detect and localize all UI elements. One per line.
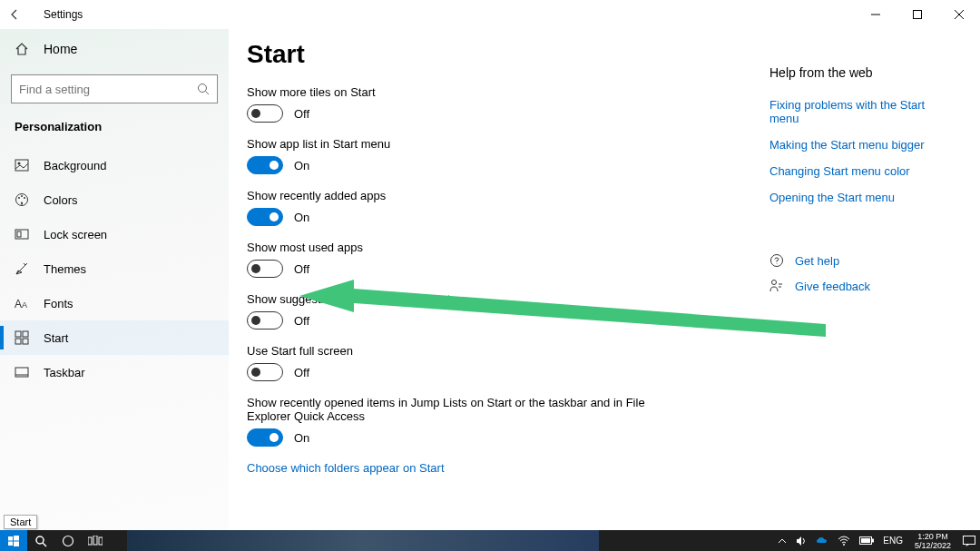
svg-rect-14 [15, 331, 21, 337]
toggle-switch[interactable] [247, 156, 283, 174]
svg-point-9 [24, 197, 25, 199]
svg-rect-17 [23, 339, 28, 344]
option-label: Show app list in Start menu [247, 137, 655, 151]
svg-point-27 [36, 536, 44, 544]
help-link[interactable]: Fixing problems with the Start menu [769, 98, 951, 125]
svg-rect-35 [872, 539, 874, 543]
minimize-button[interactable] [855, 0, 897, 29]
tray-wifi-icon[interactable] [833, 530, 855, 551]
tray-clock[interactable]: 1:20 PM 5/12/2022 [907, 530, 958, 551]
sidebar-item-label: Taskbar [44, 366, 85, 379]
toggle-switch[interactable] [247, 104, 283, 123]
toggle-state: On [294, 211, 309, 224]
sidebar-item-fonts[interactable]: AAFonts [0, 286, 229, 320]
sidebar-item-label: Colors [44, 193, 78, 207]
tray-volume-icon[interactable] [791, 530, 811, 551]
svg-rect-31 [93, 536, 97, 545]
home-button[interactable]: Home [0, 29, 229, 69]
font-icon: AA [15, 296, 29, 310]
option-2: Show recently added appsOn [247, 189, 655, 226]
cortana-button[interactable] [54, 530, 82, 551]
help-panel: Help from the web Fixing problems with t… [769, 65, 951, 293]
brush-icon [15, 261, 29, 276]
get-help-link[interactable]: Get help [769, 253, 951, 268]
start-icon [15, 330, 29, 345]
task-view-button[interactable] [82, 530, 109, 551]
svg-line-3 [206, 92, 210, 95]
sidebar: Home Personalization BackgroundColorsLoc… [0, 29, 229, 530]
svg-point-8 [21, 195, 23, 197]
svg-rect-30 [88, 537, 92, 545]
svg-rect-25 [8, 541, 13, 546]
sidebar-item-colors[interactable]: Colors [0, 182, 229, 217]
help-link[interactable]: Opening the Start menu [769, 191, 951, 204]
svg-rect-24 [14, 536, 19, 541]
toggle-switch[interactable] [247, 428, 283, 447]
option-label: Use Start full screen [247, 344, 655, 358]
sidebar-item-lock-screen[interactable]: Lock screen [0, 217, 229, 251]
option-label: Show more tiles on Start [247, 85, 655, 99]
window-title: Settings [44, 8, 83, 21]
image-icon [15, 158, 29, 172]
give-feedback-link[interactable]: Give feedback [769, 279, 951, 293]
svg-point-29 [64, 536, 74, 546]
search-box[interactable] [11, 74, 218, 103]
home-label: Home [44, 42, 77, 56]
back-button[interactable] [0, 0, 29, 29]
sidebar-item-label: Themes [44, 262, 86, 276]
option-5: Use Start full screenOff [247, 344, 655, 381]
toggle-switch[interactable] [247, 208, 283, 226]
tray-battery-icon[interactable] [855, 530, 878, 551]
maximize-button[interactable] [897, 0, 938, 29]
svg-rect-26 [14, 541, 19, 546]
toggle-switch[interactable] [247, 363, 283, 381]
sidebar-item-taskbar[interactable]: Taskbar [0, 355, 229, 389]
action-center-button[interactable] [958, 530, 980, 551]
svg-text:A: A [15, 298, 22, 310]
help-link[interactable]: Changing Start menu color [769, 164, 951, 178]
close-button[interactable] [938, 0, 980, 29]
palette-icon [15, 192, 29, 207]
svg-point-2 [199, 84, 207, 93]
taskbar-active-app[interactable] [127, 530, 599, 551]
svg-point-7 [18, 197, 20, 199]
svg-rect-1 [914, 11, 922, 19]
svg-line-28 [43, 543, 46, 546]
taskbar-search-button[interactable] [27, 530, 54, 551]
tray-language[interactable]: ENG [878, 530, 907, 551]
option-4: Show suggestions occasionally in StartOf… [247, 292, 655, 330]
option-0: Show more tiles on StartOff [247, 85, 655, 123]
svg-rect-37 [964, 536, 975, 544]
svg-point-21 [772, 280, 777, 285]
sidebar-item-label: Start [44, 331, 68, 345]
svg-rect-23 [8, 536, 13, 541]
toggle-state: On [294, 431, 309, 445]
start-tooltip: Start [4, 515, 37, 529]
option-1: Show app list in Start menuOn [247, 137, 655, 174]
search-input[interactable] [19, 83, 197, 96]
lock-icon [15, 227, 29, 241]
toggle-switch[interactable] [247, 311, 283, 330]
toggle-state: On [294, 159, 309, 172]
sidebar-item-background[interactable]: Background [0, 148, 229, 182]
option-label: Show most used apps [247, 241, 655, 254]
tray-chevron-icon[interactable] [773, 530, 791, 551]
category-label: Personalization [0, 103, 229, 139]
sidebar-item-themes[interactable]: Themes [0, 251, 229, 286]
start-button[interactable] [0, 530, 27, 551]
tray-onedrive-icon[interactable] [811, 530, 833, 551]
toggle-state: Off [294, 314, 309, 328]
help-link[interactable]: Making the Start menu bigger [769, 138, 951, 152]
option-3: Show most used appsOff [247, 241, 655, 278]
svg-text:A: A [22, 300, 27, 310]
svg-rect-15 [23, 331, 28, 337]
toggle-switch[interactable] [247, 260, 283, 278]
svg-point-5 [18, 162, 21, 165]
option-label: Show recently opened items in Jump Lists… [247, 396, 655, 423]
taskbar-icon [15, 365, 29, 379]
svg-point-33 [843, 544, 845, 546]
search-icon [197, 83, 210, 95]
sidebar-item-start[interactable]: Start [0, 320, 229, 355]
choose-folders-link[interactable]: Choose which folders appear on Start [247, 461, 980, 475]
option-label: Show suggestions occasionally in Start [247, 292, 655, 306]
